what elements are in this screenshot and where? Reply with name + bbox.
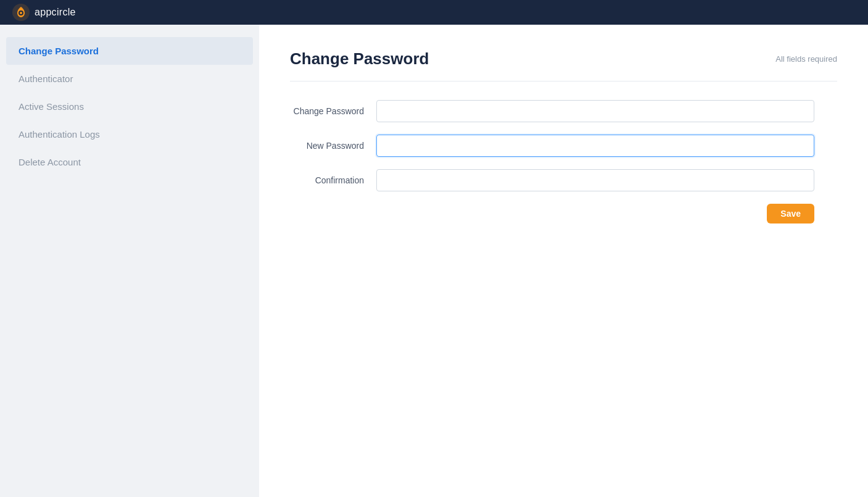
form-section: Change Password New Password Confirmatio… xyxy=(290,100,814,223)
page-header: Change Password All fields required xyxy=(290,49,837,69)
brand: appcircle xyxy=(12,4,76,21)
sidebar-item-active-sessions[interactable]: Active Sessions xyxy=(0,93,259,120)
confirmation-row: Confirmation xyxy=(290,169,814,191)
new-password-input[interactable] xyxy=(376,135,814,157)
change-password-row: Change Password xyxy=(290,100,814,122)
navbar: appcircle xyxy=(0,0,868,25)
form-actions: Save xyxy=(290,204,814,223)
new-password-label: New Password xyxy=(290,141,376,151)
page-title: Change Password xyxy=(290,49,429,69)
confirmation-label: Confirmation xyxy=(290,175,376,185)
section-divider xyxy=(290,81,837,81)
sidebar-item-authentication-logs[interactable]: Authentication Logs xyxy=(0,120,259,148)
content-area: Change Password All fields required Chan… xyxy=(259,25,868,497)
sidebar-item-change-password[interactable]: Change Password xyxy=(6,37,253,65)
new-password-row: New Password xyxy=(290,135,814,157)
required-notice: All fields required xyxy=(775,54,837,64)
change-password-label: Change Password xyxy=(290,106,376,116)
save-button[interactable]: Save xyxy=(767,204,814,223)
svg-point-2 xyxy=(20,12,22,14)
sidebar-item-authenticator[interactable]: Authenticator xyxy=(0,65,259,93)
appcircle-logo-icon xyxy=(12,4,30,21)
confirmation-input[interactable] xyxy=(376,169,814,191)
sidebar-item-delete-account[interactable]: Delete Account xyxy=(0,148,259,176)
change-password-input[interactable] xyxy=(376,100,814,122)
brand-name: appcircle xyxy=(35,7,76,18)
main-layout: Change Password Authenticator Active Ses… xyxy=(0,25,868,497)
sidebar: Change Password Authenticator Active Ses… xyxy=(0,25,259,497)
